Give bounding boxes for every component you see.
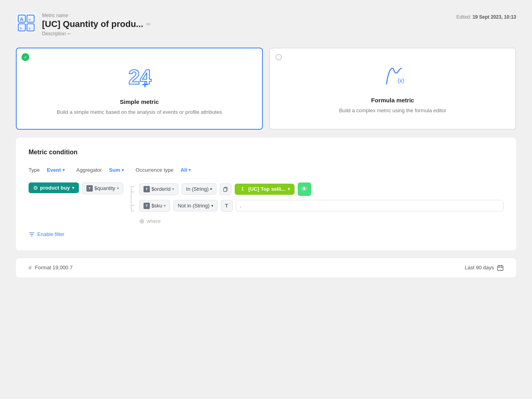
calendar-icon (497, 265, 503, 271)
svg-rect-18 (498, 266, 503, 270)
formula-metric-title: Formula metric (371, 97, 414, 104)
occurrence-label: Occurrence type (136, 167, 173, 173)
filter1-op-chevron-icon: ▾ (210, 187, 212, 191)
filter1-eye-button[interactable]: 👁 (298, 182, 311, 196)
add-where-row[interactable]: ⊕ where (139, 217, 503, 225)
filter2-field-chevron-icon: ▾ (164, 203, 166, 208)
app-logo-icon: A ≡ ≡ ≡ (16, 13, 36, 33)
format-hash-icon: # (29, 265, 32, 271)
filter2-t-icon: T (144, 203, 150, 209)
event-name: product buy (40, 185, 70, 191)
filter1-operator: In (String) (186, 186, 209, 192)
formula-metric-desc: Build a complex metric using the formula… (339, 107, 446, 115)
simple-metric-title: Simple metric (120, 98, 159, 105)
builder-row: ⊙ product buy ▾ T $quantity ▾ (29, 182, 503, 225)
simple-metric-card[interactable]: ✓ 24 + Simple metric Build a simple metr… (16, 48, 263, 130)
edited-info: Edited: 19 Sept 2023, 10:13 (456, 14, 516, 20)
aggregator-label: Aggregator (77, 167, 102, 173)
svg-text:A: A (20, 16, 24, 22)
svg-text:≡: ≡ (20, 26, 22, 31)
filter1-field-chevron-icon: ▾ (172, 187, 174, 191)
metric-name-label: Metric name (42, 13, 151, 18)
svg-text:≡: ≡ (29, 26, 31, 31)
event-icon: ⊙ (33, 185, 38, 191)
aggregator-chevron-icon: ▾ (122, 168, 124, 172)
filter2-field: $sku (151, 203, 162, 209)
filter-rows: T $orderId ▾ In (String) ▾ (139, 182, 503, 225)
date-range-label: Last 90 days (465, 265, 494, 270)
svg-text:(x): (x) (398, 77, 404, 84)
filter1-copy-button[interactable] (220, 183, 232, 195)
card-radio[interactable] (276, 54, 282, 60)
condition-params-row: Type Event ▾ Aggregator Sum ▾ Occurrence… (29, 165, 503, 175)
simple-metric-icon: 24 + (127, 64, 152, 91)
svg-rect-14 (224, 188, 227, 192)
eye-icon: 👁 (301, 186, 308, 193)
type-chevron-icon: ▾ (63, 168, 65, 172)
description-edit-icon[interactable]: ✏ (67, 31, 71, 36)
formula-metric-icon: (x) (379, 64, 407, 90)
filter1-t-icon: T (144, 186, 150, 192)
bracket-connector-icon (129, 183, 137, 214)
metric-title: [UC] Quantity of produ... (42, 19, 143, 29)
filter-row-1: T $orderId ▾ In (String) ▾ (139, 182, 503, 196)
simple-metric-desc: Build a simple metric based on the analy… (57, 108, 222, 116)
occurrence-dropdown[interactable]: All ▾ (176, 165, 195, 175)
filter-row-2: T $sku ▾ Not in (String) ▾ T (139, 200, 503, 212)
attribute-chevron-icon: ▾ (117, 186, 119, 190)
svg-text:+: + (142, 79, 148, 90)
filter2-operator: Not in (String) (178, 203, 209, 209)
svg-text:≡: ≡ (29, 17, 31, 22)
filter2-value-input[interactable] (236, 200, 503, 211)
svg-rect-0 (16, 13, 36, 33)
metric-title-edit-icon[interactable]: ✏ (146, 21, 151, 27)
filter-icon (29, 231, 35, 238)
page-header: A ≡ ≡ ≡ Metric name [UC] Quantity of pro… (16, 13, 516, 36)
type-dropdown[interactable]: Event ▾ (43, 165, 68, 175)
format-label: Format 19,000.7 (35, 265, 73, 270)
aggregator-dropdown[interactable]: Sum ▾ (105, 165, 128, 175)
occurrence-chevron-icon: ▾ (189, 168, 191, 172)
filter2-operator-dropdown[interactable]: Not in (String) ▾ (173, 200, 217, 211)
formula-metric-card[interactable]: (x) Formula metric Build a complex metri… (269, 48, 516, 130)
filter2-text-type-button[interactable]: T (221, 200, 233, 212)
date-range-row[interactable]: Last 90 days (465, 265, 503, 271)
event-chevron-icon: ▾ (72, 186, 74, 190)
where-label: where (147, 218, 161, 224)
filter1-operator-dropdown[interactable]: In (String) ▾ (182, 183, 216, 195)
format-row: # Format 19,000.7 (29, 265, 73, 271)
svg-text:24: 24 (128, 65, 151, 88)
filter2-field-dropdown[interactable]: T $sku ▾ (139, 200, 170, 212)
copy-icon (223, 186, 228, 192)
text-type-icon: T (225, 203, 228, 209)
filter1-field-dropdown[interactable]: T $orderId ▾ (139, 183, 178, 195)
t-icon: T (86, 185, 93, 192)
filter1-field: $orderId (151, 186, 170, 192)
enable-filter-label: Enable filter (37, 231, 65, 237)
attribute-pill[interactable]: T $quantity ▾ (82, 182, 123, 194)
event-pill[interactable]: ⊙ product buy ▾ (29, 182, 79, 193)
enable-filter-row[interactable]: Enable filter (29, 231, 503, 238)
description-label: Description (42, 31, 66, 36)
filter1-segment-dropdown[interactable]: Σ [UC] Top selli... ▾ (235, 184, 295, 195)
metric-type-cards: ✓ 24 + Simple metric Build a simple metr… (16, 48, 516, 130)
condition-title: Metric condition (29, 149, 503, 156)
card-selected-check: ✓ (21, 53, 29, 61)
add-where-plus-icon: ⊕ (139, 217, 144, 225)
sigma-icon: Σ (239, 186, 246, 192)
attribute-name: $quantity (94, 185, 115, 191)
type-label: Type (29, 167, 40, 173)
filter1-segment: [UC] Top selli... (248, 186, 285, 192)
metric-condition-section: Metric condition Type Event ▾ Aggregator… (16, 138, 516, 250)
filter2-op-chevron-icon: ▾ (211, 203, 213, 208)
footer-bar: # Format 19,000.7 Last 90 days (16, 258, 516, 277)
segment-chevron-icon: ▾ (288, 187, 290, 191)
